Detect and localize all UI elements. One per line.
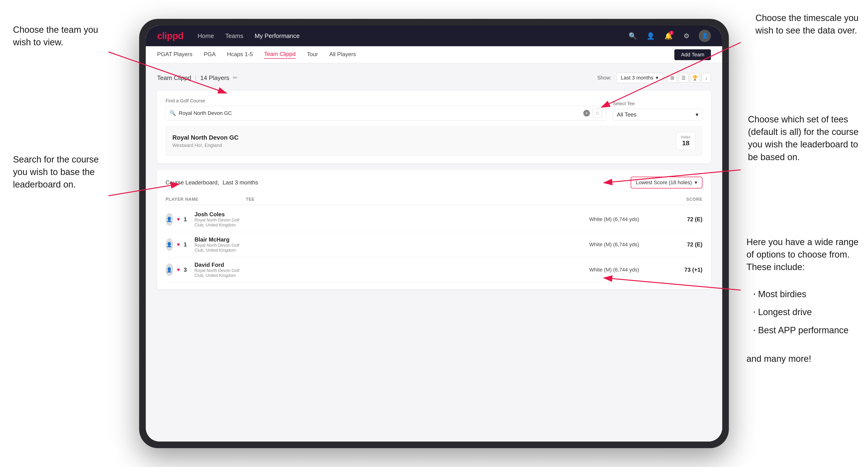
player-rows: 👤 ♥ 1 Josh Coles Royal North Devon Golf … [165,207,703,283]
find-golf-course-group: Find a Golf Course 🔍 × ☆ [165,98,606,121]
table-row: 👤 ♥ 1 Josh Coles Royal North Devon Golf … [165,207,703,232]
player-name-0: Josh Coles [195,211,246,218]
team-title: Team Clippd | 14 Players ✏ [157,74,237,82]
edit-icon[interactable]: ✏ [233,75,237,81]
annotation-mid-left: Search for the course you wish to base t… [13,153,99,191]
rank-0: 1 [184,216,191,223]
rank-1: 1 [184,241,191,248]
find-golf-course-label: Find a Golf Course [165,98,606,103]
score-cell-1: 72 (E) [655,241,703,248]
select-tee-label: Select Tee [613,101,703,106]
search-input[interactable] [179,110,581,116]
player-club-1: Royal North Devon Golf Club, United King… [195,243,246,253]
heart-icon-2[interactable]: ♥ [177,267,180,273]
bullet-item: •Longest drive [753,304,859,320]
search-section: Find a Golf Course 🔍 × ☆ Select Tee [157,91,711,163]
score-column-header: SCORE [655,197,703,202]
bullets-list: •Most birdies•Longest drive•Best APP per… [753,286,859,338]
tee-cell-1: White (M) (6,744 yds) [589,242,655,248]
nav-my-performance[interactable]: My Performance [255,32,300,40]
player-club-2: Royal North Devon Golf Club, United King… [195,268,246,278]
tee-cell-0: White (M) (6,744 yds) [589,216,655,222]
show-dropdown[interactable]: Last 3 months ▾ [616,73,663,83]
notification-badge: 1 [670,31,674,35]
separator: | [195,74,197,82]
trophy-view-button[interactable]: 🏆 [690,73,700,83]
bullet-text: Most birdies [758,286,806,302]
clear-search-button[interactable]: × [583,110,590,117]
leaderboard-header: Course Leaderboard, Last 3 months Lowest… [165,177,703,188]
player-avatar-1: 👤 [165,238,173,251]
bullet-dot: • [753,308,755,316]
holes-label: Holes [681,135,691,139]
profile-nav-button[interactable]: 👤 [645,30,656,41]
leaderboard-section: Course Leaderboard, Last 3 months Lowest… [157,170,711,289]
player-avatar-2: 👤 [165,263,173,276]
view-icons: ⊞ ☰ 🏆 ↓ [668,73,711,83]
sub-nav-team-clippd[interactable]: Team Clippd [264,51,296,59]
list-view-button[interactable]: ☰ [679,73,688,83]
nav-teams[interactable]: Teams [225,32,243,40]
player-name-1: Blair McHarg [195,236,246,243]
player-cell: 👤 ♥ 3 David Ford Royal North Devon Golf … [165,261,246,278]
player-avatar-0: 👤 [165,213,173,226]
tee-value: All Tees [617,111,637,118]
search-input-wrap: 🔍 × ☆ [165,106,606,121]
user-avatar[interactable]: 👤 [699,30,711,42]
bullet-dot: • [753,326,755,335]
download-button[interactable]: ↓ [702,73,711,83]
annotation-top-right: Choose the timescale you wish to see the… [755,12,859,37]
score-type-dropdown[interactable]: Lowest Score (18 holes) ▾ [631,177,703,188]
nav-home[interactable]: Home [198,32,214,40]
search-nav-button[interactable]: 🔍 [627,30,638,41]
annotation-footer: and many more! [747,354,811,364]
notifications-nav-button[interactable]: 🔔 1 [663,30,674,41]
sub-nav: PGAT Players PGA Hcaps 1-5 Team Clippd T… [146,46,722,63]
heart-icon-0[interactable]: ♥ [177,216,180,222]
course-result: Royal North Devon GC Westward Ho!, Engla… [165,126,703,156]
leaderboard-title-text: Course Leaderboard, [165,179,219,186]
score-chevron-icon: ▾ [695,180,697,186]
bullet-dot: • [753,290,755,299]
settings-nav-button[interactable]: ⚙ [681,30,692,41]
player-club-0: Royal North Devon Golf Club, United King… [195,218,246,228]
player-info-1: Blair McHarg Royal North Devon Golf Club… [195,236,246,253]
annotation-top-left: Choose the team you wish to view. [13,24,98,49]
add-team-button[interactable]: Add Team [674,49,711,60]
sub-nav-tour[interactable]: Tour [307,51,318,59]
bullet-item: •Most birdies [753,286,859,302]
rank-2: 3 [184,267,191,273]
bullet-text: Longest drive [758,304,812,320]
team-name: Team Clippd [157,74,191,82]
tablet-frame: clippd Home Teams My Performance 🔍 👤 🔔 1… [139,19,729,448]
bullet-text: Best APP performance [758,322,849,338]
tee-dropdown[interactable]: All Tees ▾ [613,109,703,121]
leaderboard-title: Course Leaderboard, Last 3 months [165,179,258,186]
show-value: Last 3 months [621,75,653,81]
sub-nav-all-players[interactable]: All Players [329,51,356,59]
holes-number: 18 [682,139,689,147]
score-cell-2: 73 (+1) [655,267,703,273]
select-tee-group: Select Tee All Tees ▾ [613,101,703,121]
team-controls: Show: Last 3 months ▾ ⊞ ☰ 🏆 ↓ [597,73,711,83]
table-row: 👤 ♥ 1 Blair McHarg Royal North Devon Gol… [165,232,703,257]
sub-nav-pgat[interactable]: PGAT Players [157,51,192,59]
player-name-2: David Ford [195,261,246,268]
grid-view-button[interactable]: ⊞ [668,73,677,83]
heart-icon-1[interactable]: ♥ [177,242,180,248]
favorite-button[interactable]: ☆ [593,108,602,118]
nav-icons: 🔍 👤 🔔 1 ⚙ 👤 [627,30,711,42]
search-icon: 🔍 [169,110,176,116]
sub-nav-hcaps[interactable]: Hcaps 1-5 [227,51,253,59]
search-row: Find a Golf Course 🔍 × ☆ Select Tee [165,98,703,121]
table-header-row: PLAYER NAME TEE SCORE [165,194,703,205]
app-logo: clippd [157,31,184,41]
sub-nav-pga[interactable]: PGA [204,51,216,59]
tee-chevron-icon: ▾ [695,111,699,118]
nav-links: Home Teams My Performance [198,32,613,40]
player-cell: 👤 ♥ 1 Josh Coles Royal North Devon Golf … [165,211,246,228]
nav-bar: clippd Home Teams My Performance 🔍 👤 🔔 1… [146,26,722,46]
player-cell: 👤 ♥ 1 Blair McHarg Royal North Devon Gol… [165,236,246,253]
player-info-0: Josh Coles Royal North Devon Golf Club, … [195,211,246,228]
score-cell-0: 72 (E) [655,216,703,223]
